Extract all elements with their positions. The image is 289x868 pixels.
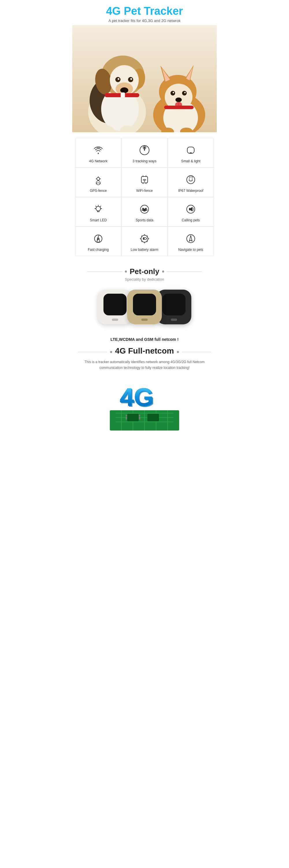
- svg-rect-96: [126, 416, 127, 417]
- title-dot-left: [125, 271, 127, 273]
- svg-rect-66: [189, 208, 191, 210]
- features-grid: 4G 4G Network 3 tracking ways: [75, 138, 214, 256]
- feature-led-label: Smart LED: [90, 218, 107, 222]
- svg-rect-93: [127, 414, 139, 421]
- fullnetcom-line-right: [182, 352, 211, 352]
- device-button-gold: [141, 318, 148, 321]
- svg-point-53: [96, 206, 101, 211]
- hero-svg: [72, 25, 217, 132]
- svg-point-64: [146, 210, 148, 211]
- device-screen-black: [162, 294, 185, 315]
- svg-rect-94: [147, 414, 159, 421]
- feature-wifi-label: WiFi-fence: [136, 189, 153, 193]
- svg-point-61: [142, 208, 144, 209]
- svg-text:4G: 4G: [97, 146, 100, 149]
- svg-point-9: [120, 87, 128, 93]
- svg-rect-81: [146, 238, 147, 239]
- feature-battery-label: Low battery alarm: [131, 248, 158, 252]
- devices-row: [78, 287, 211, 330]
- battery-icon: [138, 232, 151, 245]
- lte-text: LTE,WCDMA and GSM full netcom !: [72, 333, 217, 343]
- svg-point-45: [144, 181, 145, 182]
- feature-tracking: 3 tracking ways: [121, 138, 168, 167]
- features-section: 4G 4G Network 3 tracking ways: [72, 132, 217, 259]
- svg-line-55: [96, 206, 96, 207]
- svg-point-52: [192, 179, 193, 179]
- device-screen-white: [104, 294, 127, 315]
- svg-rect-41: [187, 147, 194, 153]
- sound-icon: [184, 203, 197, 216]
- feature-wifi: WiFi-fence: [121, 167, 168, 197]
- feature-gps: GPS-fence: [75, 167, 121, 197]
- feature-sports-label: Sports data: [136, 218, 153, 222]
- fullnetcom-section: 4G Full-netcom This is a tracker automat…: [72, 343, 217, 439]
- feature-navigate-label: Navigate to pets: [178, 248, 204, 252]
- fullnetcom-dot-left: [110, 351, 112, 353]
- svg-rect-42: [190, 153, 192, 154]
- svg-point-30: [175, 97, 182, 102]
- feature-small-label: Small & light: [181, 159, 201, 163]
- feature-gps-label: GPS-fence: [90, 189, 107, 193]
- svg-rect-82: [143, 238, 145, 239]
- svg-rect-44: [141, 177, 148, 183]
- led-icon: [92, 203, 105, 216]
- svg-rect-99: [139, 416, 140, 417]
- feature-charging: Fast charging: [75, 226, 121, 256]
- 4g-svg: 4G 4G 4G 4G: [104, 376, 185, 433]
- device-screen-gold: [133, 294, 156, 315]
- svg-rect-98: [139, 415, 140, 416]
- device-button-black: [171, 318, 177, 321]
- svg-rect-97: [126, 418, 127, 419]
- svg-point-28: [173, 92, 174, 93]
- svg-rect-33: [164, 105, 194, 109]
- navigate-icon: [184, 232, 197, 245]
- svg-point-13: [130, 78, 132, 80]
- paw-icon: [138, 203, 151, 216]
- pet-only-section: Pet-only Speciality by dedication: [72, 259, 217, 333]
- svg-point-12: [118, 78, 119, 80]
- svg-point-43: [97, 177, 100, 180]
- svg-point-51: [189, 179, 190, 179]
- gps-icon: [92, 173, 105, 186]
- title-line-right: [167, 271, 202, 272]
- svg-point-50: [187, 176, 195, 184]
- charging-icon: [92, 232, 105, 245]
- device-gold: [127, 290, 162, 324]
- feature-waterproof: IP67 Waterproof: [168, 167, 214, 197]
- feature-navigate: Navigate to pets: [168, 226, 214, 256]
- waterproof-icon: [184, 173, 197, 186]
- pet-only-title: Pet-only: [130, 267, 159, 276]
- title-dot-right: [162, 271, 164, 273]
- svg-point-63: [142, 210, 143, 211]
- pet-only-subtitle: Speciality by dedication: [78, 277, 211, 281]
- feature-calling: Calling pets: [168, 197, 214, 226]
- svg-text:4G: 4G: [120, 382, 153, 411]
- svg-rect-15: [121, 93, 125, 98]
- title-line-left: [87, 271, 122, 272]
- wifi-icon: 4G: [92, 144, 105, 157]
- tracking-icon: [138, 144, 151, 157]
- svg-point-38: [144, 147, 145, 148]
- fullnetcom-line-left: [78, 352, 107, 352]
- device-black: [157, 290, 191, 324]
- feature-charging-label: Fast charging: [88, 248, 109, 252]
- feature-led: Smart LED: [75, 197, 121, 226]
- section-title-row: Pet-only: [78, 267, 211, 276]
- wifi-fence-icon: [138, 173, 151, 186]
- svg-rect-100: [139, 418, 140, 419]
- fullnetcom-title-row: 4G Full-netcom: [78, 346, 211, 358]
- hero-image: [72, 25, 217, 132]
- svg-line-56: [100, 206, 101, 207]
- feature-small: Small & light: [168, 138, 214, 167]
- feature-4g-network: 4G 4G Network: [75, 138, 121, 167]
- fullnetcom-title: 4G Full-netcom: [115, 346, 174, 355]
- svg-point-62: [145, 208, 147, 209]
- feature-4g-label: 4G Network: [89, 159, 107, 163]
- feature-calling-label: Calling pets: [182, 218, 200, 222]
- feature-battery: Low battery alarm: [121, 226, 168, 256]
- fullnetcom-description: This is a tracker automatically identifi…: [78, 359, 211, 371]
- feature-tracking-label: 3 tracking ways: [133, 159, 157, 163]
- feature-waterproof-label: IP67 Waterproof: [178, 189, 204, 193]
- fullnetcom-dot-right: [177, 351, 179, 353]
- page-title: 4G Pet Tracker: [75, 5, 214, 18]
